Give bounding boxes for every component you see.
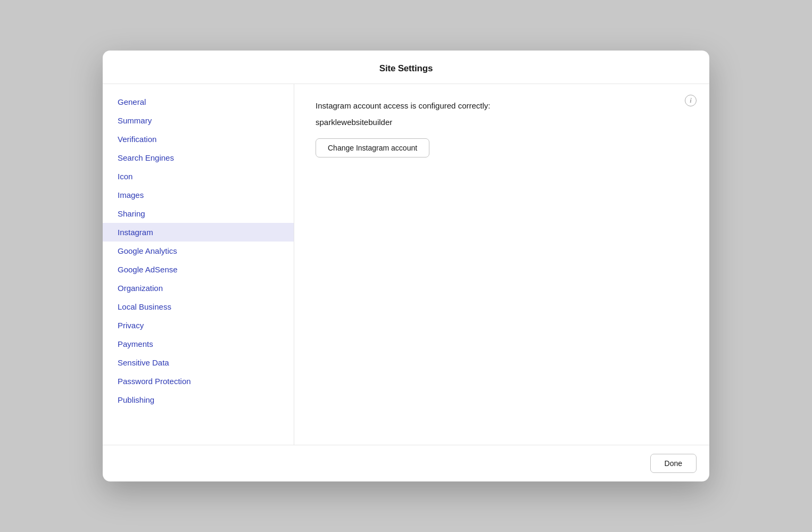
sidebar-item-local-business[interactable]: Local Business	[103, 297, 294, 316]
account-name: sparklewebsitebuilder	[316, 118, 688, 127]
site-settings-modal: Site Settings GeneralSummaryVerification…	[103, 51, 709, 481]
modal-title: Site Settings	[379, 63, 433, 73]
sidebar-item-instagram[interactable]: Instagram	[103, 223, 294, 242]
content-area: i Instagram account access is configured…	[294, 84, 709, 445]
sidebar-item-summary[interactable]: Summary	[103, 111, 294, 130]
modal-body: GeneralSummaryVerificationSearch Engines…	[103, 84, 709, 445]
sidebar-item-privacy[interactable]: Privacy	[103, 316, 294, 335]
sidebar-item-payments[interactable]: Payments	[103, 335, 294, 353]
sidebar-item-google-adsense[interactable]: Google AdSense	[103, 260, 294, 279]
account-status-text: Instagram account access is configured c…	[316, 101, 688, 110]
sidebar-item-general[interactable]: General	[103, 93, 294, 111]
sidebar-item-images[interactable]: Images	[103, 186, 294, 204]
sidebar-item-password-protection[interactable]: Password Protection	[103, 372, 294, 390]
sidebar: GeneralSummaryVerificationSearch Engines…	[103, 84, 294, 445]
sidebar-item-search-engines[interactable]: Search Engines	[103, 148, 294, 167]
modal-footer: Done	[103, 445, 709, 481]
sidebar-item-google-analytics[interactable]: Google Analytics	[103, 242, 294, 260]
sidebar-item-icon[interactable]: Icon	[103, 167, 294, 186]
sidebar-item-sensitive-data[interactable]: Sensitive Data	[103, 353, 294, 372]
sidebar-item-organization[interactable]: Organization	[103, 279, 294, 297]
done-button[interactable]: Done	[650, 454, 697, 473]
change-instagram-account-button[interactable]: Change Instagram account	[316, 138, 429, 157]
sidebar-item-verification[interactable]: Verification	[103, 130, 294, 148]
sidebar-item-sharing[interactable]: Sharing	[103, 204, 294, 223]
sidebar-item-publishing[interactable]: Publishing	[103, 390, 294, 409]
info-icon[interactable]: i	[685, 95, 697, 106]
modal-header: Site Settings	[103, 51, 709, 84]
